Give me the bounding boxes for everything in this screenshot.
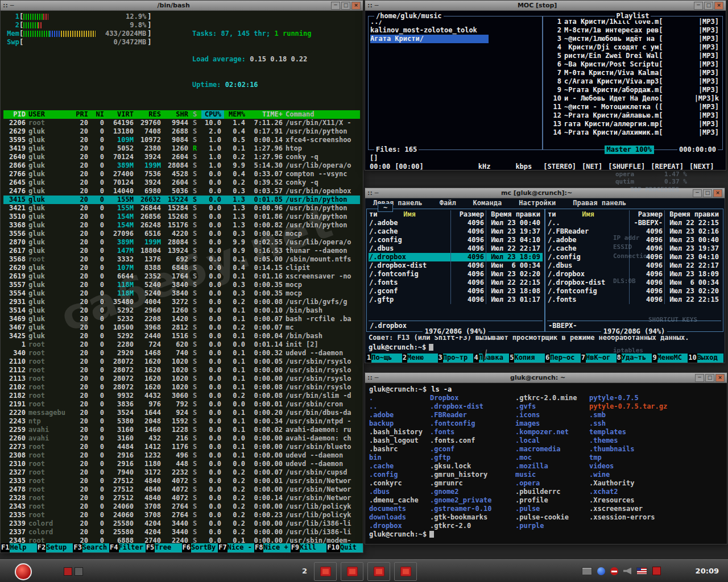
file-entry[interactable]: Dropbox (430, 394, 515, 402)
file-entry[interactable]: .pulse (515, 505, 589, 513)
file-entry[interactable]: .wine (589, 471, 723, 479)
toggle-next[interactable]: [NEXT] (689, 163, 714, 170)
close-button[interactable]: × (713, 189, 722, 197)
process-row[interactable]: 2113root2002807216201020S0.00.10:00.00/u… (3, 375, 360, 383)
fkey-7[interactable]: 7НвК~ог (581, 354, 617, 363)
playlist-item[interactable]: 11~@исти - Мотоциклетка ([|MP3] (545, 103, 721, 111)
us-flag-icon[interactable] (636, 567, 647, 575)
keyboard-icon[interactable] (582, 567, 592, 575)
file-entry[interactable]: .fonts (430, 428, 515, 436)
process-row[interactable]: 2310root20029161180448S0.00.00:00.00udev… (3, 460, 360, 468)
file-entry[interactable]: .gstreamer-0.10 (430, 505, 515, 513)
file-entry[interactable]: images (515, 419, 589, 428)
column-header-name[interactable]: Имя (547, 210, 629, 219)
file-entry[interactable]: .macromedia (515, 445, 589, 454)
process-row[interactable]: 2110root2002807216201020S0.00.10:00.05/u… (3, 357, 360, 366)
fkey-9[interactable]: 9МенюМС (652, 354, 688, 363)
file-row[interactable]: /.adobe4096Июл 23 00:40 (369, 219, 543, 227)
process-row[interactable]: 2337colord2002558042043440S0.00.20:00.00… (3, 528, 360, 537)
file-entry[interactable]: .FBReader (430, 411, 515, 419)
process-row[interactable]: 2640gluk2007012439242604S1.00.21:27.96co… (3, 153, 360, 161)
window-menu-icon[interactable]: :: ─ (367, 374, 378, 381)
file-entry[interactable]: .thumbnails (589, 445, 723, 454)
file-row[interactable]: /.gconf4096Июл 23 18:08 (369, 287, 543, 296)
fkey-f7[interactable]: F7Nice - (218, 543, 254, 552)
toggle-stereo[interactable]: [STEREO] (543, 163, 576, 170)
file-entry[interactable]: .dbus (369, 488, 430, 496)
file-entry[interactable]: .xscreensaver (589, 505, 723, 513)
process-row[interactable]: 2619gluk200664423521764S0.00.10:01.16xsc… (3, 272, 360, 281)
process-row[interactable]: 2339colord2002558042043440S0.00.20:00.00… (3, 519, 360, 528)
playlist-item[interactable]: 10и - Любовь Идет На Дело[|MP3]k (545, 94, 721, 103)
process-row[interactable]: 3425gluk200529224401516S0.00.10:00.04/bi… (3, 332, 360, 340)
browser-item[interactable]: kalinov_most-zolotoe_tolok (370, 26, 540, 35)
column-header-pri[interactable]: PRI (72, 110, 91, 119)
process-row[interactable]: 2870gluk200389M199M28084S0.09.90:02.55/u… (3, 238, 360, 247)
playlist-item[interactable]: 8с/Агата Кристи/Viva.mp3[|MP3] (545, 77, 721, 86)
playlist-item[interactable]: 5ристи/Ein Zwei Drei Wal[|MP3] (545, 52, 721, 60)
file-entry[interactable]: .gvfs (515, 402, 589, 411)
column-header-cpu[interactable]: CPU% (201, 110, 224, 119)
file-row[interactable]: /.dbus4096Июл 22 22:17 (547, 261, 721, 270)
file-entry[interactable]: .local (515, 436, 589, 445)
process-row[interactable]: 2333root2002751248404072S0.00.20:00.01/u… (3, 477, 360, 485)
terminal-titlebar[interactable]: :: ─ gluk@crunch: ~ ─ □ × (365, 373, 727, 383)
file-entry[interactable]: .profile (515, 496, 589, 505)
process-row[interactable]: 2102root2002807216201020S0.00.10:00.08/u… (3, 383, 360, 392)
file-row[interactable]: /.dropbox4096Июл 23 18:09 (547, 270, 721, 278)
workspace-indicator[interactable]: 2 (302, 567, 307, 575)
file-entry[interactable]: pytyle-0.7.5.tar.gz (589, 402, 723, 411)
file-entry[interactable]: downloads (369, 513, 430, 522)
process-row[interactable]: 2273root200448414121176S0.00.10:00.00/us… (3, 443, 360, 451)
playlist-item[interactable]: 2М-8сти/1в интересах рев[|MP3] (545, 26, 721, 35)
playlist-item[interactable]: 6~Ва Кристи/Post Scriptu[|MP3] (545, 60, 721, 69)
column-header-mtime[interactable]: Время правки (486, 210, 543, 219)
menu-item[interactable]: Файл (440, 199, 456, 207)
panel-path-tab[interactable]: ~ (378, 203, 393, 212)
process-row[interactable]: 2260avahi2003160432216S0.00.00:00.00avah… (3, 434, 360, 443)
launcher-icon[interactable] (64, 567, 72, 576)
file-entry[interactable]: backup (369, 419, 430, 428)
file-entry[interactable]: .fonts.conf (430, 436, 515, 445)
menu-item[interactable]: Настройки (519, 199, 556, 207)
file-row[interactable]: /.gftp4096Июл 23 01:17 (369, 296, 543, 304)
task-button[interactable] (314, 562, 337, 581)
maximize-button[interactable]: □ (705, 374, 714, 382)
file-row[interactable]: /.adobe4096Июл 23 00:40 (547, 236, 721, 244)
file-entry[interactable]: .adobe (369, 411, 430, 419)
fkey-f10[interactable]: F10Quit (326, 543, 363, 552)
file-row[interactable]: /.dropbox-dist4096Июн 6 00:34 (547, 278, 721, 287)
file-entry[interactable]: .dropbox-dist (430, 402, 515, 411)
file-entry[interactable]: .gnome2_private (430, 496, 515, 505)
file-entry[interactable]: .moc (515, 454, 589, 462)
process-row[interactable]: 2182root200993244323060S0.00.20:00.08/us… (3, 392, 360, 400)
window-menu-icon[interactable]: :: ─ (367, 189, 378, 197)
process-row[interactable]: 3419gluk200505223801260R1.00.11:27.96hto… (3, 144, 360, 153)
playlist-item[interactable]: 9~Ргата Кристи/абордаж.m[|MP3] (545, 86, 721, 94)
volume-indicator[interactable]: Master 100% (605, 146, 654, 154)
window-menu-icon[interactable]: :: ─ (367, 2, 378, 9)
column-header-mem[interactable]: MEM% (224, 110, 248, 119)
toggle-net[interactable]: [NET] (582, 163, 602, 170)
column-header-pid[interactable]: PID (3, 110, 28, 119)
package-icon[interactable] (652, 567, 661, 575)
launcher-icon[interactable] (75, 567, 83, 576)
process-row[interactable]: 3556gluk2002709665164220S0.00.30:00.82mo… (3, 230, 360, 238)
process-row[interactable]: 2112root2002807216201020S0.00.10:00.00/u… (3, 366, 360, 375)
process-row[interactable]: 2617gluk200147M1880413924S0.00.90:16.53t… (3, 247, 360, 255)
fkey-f1[interactable]: F1Help (1, 543, 37, 552)
playlist-item[interactable]: 4 Кристи/Dji сходят с ум[|MP3] (545, 43, 721, 52)
process-row[interactable]: 3595gluk200109M109729084S1.00.50:00.14xf… (3, 136, 360, 144)
process-row[interactable]: 2645gluk2007012439242604S0.00.20:39.52co… (3, 178, 360, 187)
file-row[interactable]: /.dropbox4096Июл 23 18:09 (369, 253, 543, 261)
process-row[interactable]: 2191root2003836976792S0.00.00:00.01/usr/… (3, 400, 360, 409)
file-entry[interactable]: .cache (369, 462, 430, 471)
process-row[interactable]: 2308root20029161232496S0.00.10:00.00udev… (3, 451, 360, 460)
task-button[interactable] (394, 562, 417, 581)
fkey-1[interactable]: 1По~щь (366, 354, 402, 363)
playlist-item[interactable]: 7М-0та Кристи/Viva Kalma[|MP3] (545, 69, 721, 77)
file-entry[interactable]: .gksu.lock (430, 462, 515, 471)
file-entry[interactable]: .gftp (430, 454, 515, 462)
process-row[interactable]: 3368gluk200154M2624815176S0.01.30:00.82/… (3, 221, 360, 230)
terminal-content[interactable]: gluk@crunch:~$ls -a ....adobebackup.bash… (365, 383, 727, 544)
